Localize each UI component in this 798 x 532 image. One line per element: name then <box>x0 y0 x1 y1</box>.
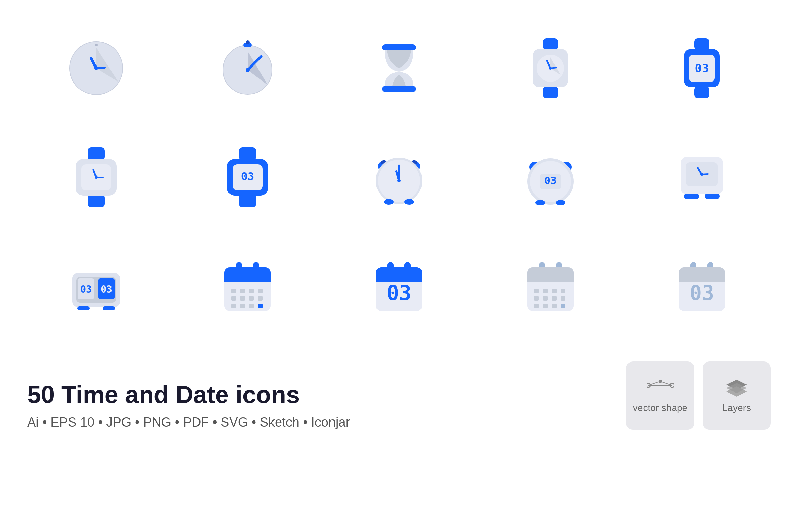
svg-rect-102 <box>552 289 557 293</box>
icon-analog-clock <box>27 20 165 116</box>
svg-rect-13 <box>382 86 416 92</box>
svg-rect-88 <box>258 304 263 308</box>
svg-rect-78 <box>240 289 245 293</box>
svg-text:03: 03 <box>695 61 709 75</box>
svg-text:03: 03 <box>387 281 411 305</box>
svg-rect-108 <box>534 304 539 308</box>
svg-rect-84 <box>258 296 263 301</box>
icon-calendar-date: 03 <box>330 239 468 334</box>
badge-vector-label: vector shape <box>633 402 688 413</box>
layers-icon <box>725 378 749 398</box>
svg-rect-11 <box>246 40 250 44</box>
svg-rect-101 <box>543 289 548 293</box>
icon-smartwatch-digital: 03 <box>633 20 771 116</box>
svg-text:03: 03 <box>241 170 254 183</box>
svg-rect-87 <box>249 304 254 308</box>
svg-text:03: 03 <box>101 284 112 295</box>
icon-alarm-clock-digital: 03 <box>482 130 619 225</box>
svg-rect-80 <box>258 289 263 293</box>
footer-formats: Ai • EPS 10 • JPG • PNG • PDF • SVG • Sk… <box>27 415 350 430</box>
svg-rect-110 <box>552 304 557 308</box>
svg-rect-107 <box>561 296 565 301</box>
icon-calendar-blank <box>179 239 316 334</box>
svg-point-61 <box>700 173 703 176</box>
svg-rect-105 <box>543 296 548 301</box>
svg-rect-103 <box>561 289 565 293</box>
svg-point-48 <box>404 199 414 205</box>
svg-point-46 <box>397 179 401 182</box>
svg-rect-85 <box>231 304 236 308</box>
svg-point-5 <box>95 44 98 46</box>
footer-info: 50 Time and Date icons Ai • EPS 10 • JPG… <box>27 381 350 430</box>
svg-point-55 <box>535 200 545 205</box>
svg-rect-70 <box>77 306 90 310</box>
footer: 50 Time and Date icons Ai • EPS 10 • JPG… <box>0 348 798 450</box>
badge-layers: Layers <box>703 361 771 430</box>
svg-rect-22 <box>694 86 709 98</box>
svg-rect-109 <box>543 304 548 308</box>
badge-layers-label: Layers <box>722 402 751 413</box>
svg-point-9 <box>246 68 250 72</box>
icon-smartwatch-round <box>482 20 619 116</box>
svg-rect-76 <box>224 276 271 282</box>
svg-point-56 <box>556 200 565 205</box>
svg-rect-33 <box>239 147 256 160</box>
icon-calendar-date-light: 03 <box>633 239 771 334</box>
svg-rect-83 <box>249 296 254 301</box>
svg-rect-14 <box>543 38 558 50</box>
vector-shape-icon <box>647 378 674 398</box>
icon-alarm-clock-analog <box>330 130 468 225</box>
icon-digital-clock-display: 03 03 <box>27 239 165 334</box>
svg-text:03: 03 <box>690 281 714 305</box>
svg-rect-81 <box>231 296 236 301</box>
icon-hourglass <box>330 20 468 116</box>
svg-rect-111 <box>561 304 565 308</box>
svg-rect-82 <box>240 296 245 301</box>
svg-point-20 <box>549 67 552 70</box>
svg-rect-106 <box>552 296 557 301</box>
icon-stopwatch <box>179 20 316 116</box>
svg-rect-26 <box>88 147 105 160</box>
svg-point-47 <box>384 199 394 205</box>
svg-rect-21 <box>694 38 709 50</box>
svg-rect-15 <box>543 86 558 98</box>
svg-rect-86 <box>240 304 245 308</box>
svg-rect-79 <box>249 289 254 293</box>
svg-rect-99 <box>527 276 574 282</box>
svg-rect-62 <box>684 194 699 199</box>
svg-rect-104 <box>534 296 539 301</box>
svg-rect-100 <box>534 289 539 293</box>
svg-rect-63 <box>705 194 720 199</box>
icons-grid: 03 03 <box>0 0 798 348</box>
page-title: 50 Time and Date icons <box>27 381 350 408</box>
svg-rect-71 <box>103 306 115 310</box>
svg-rect-77 <box>231 289 236 293</box>
icon-timer-box <box>633 130 771 225</box>
svg-text:03: 03 <box>80 284 92 295</box>
svg-point-4 <box>94 66 98 70</box>
icon-calendar-blank-light <box>482 239 619 334</box>
icon-square-watch-digital: 03 <box>179 130 316 225</box>
svg-rect-34 <box>239 194 256 207</box>
svg-text:03: 03 <box>544 175 557 187</box>
icon-square-watch-analog <box>27 130 165 225</box>
badge-vector-shape: vector shape <box>626 361 694 430</box>
svg-rect-118 <box>648 385 672 386</box>
svg-point-32 <box>95 176 98 179</box>
svg-rect-12 <box>382 44 416 50</box>
footer-badges: vector shape Layers <box>626 361 771 430</box>
svg-rect-27 <box>88 194 105 207</box>
